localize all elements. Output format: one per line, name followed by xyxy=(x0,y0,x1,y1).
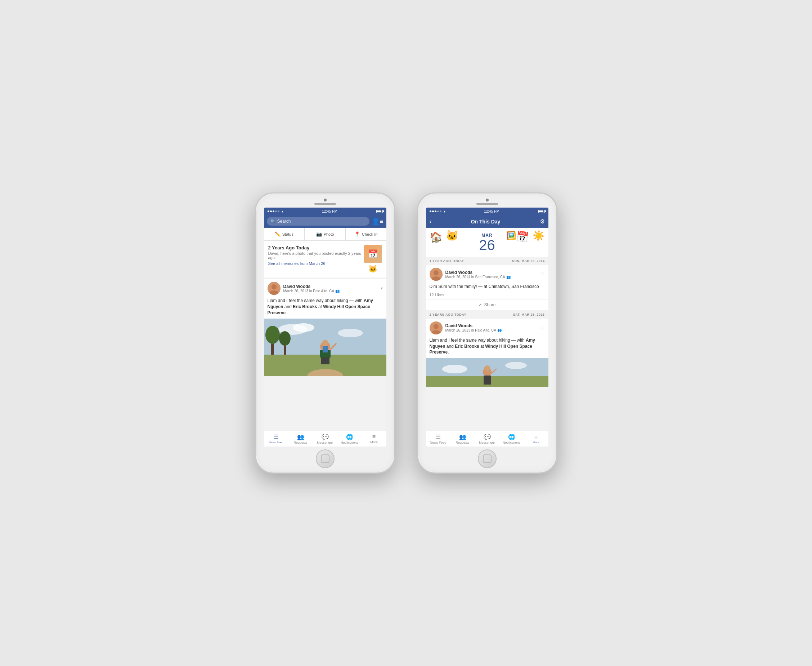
location-icon: 📍 xyxy=(354,231,360,237)
post-header-1: David Woods March 26, 2013 in Palo Alto,… xyxy=(264,279,386,298)
messenger-icon: 💬 xyxy=(322,434,329,440)
svg-point-20 xyxy=(434,270,439,275)
camera-2 xyxy=(486,199,489,201)
home-button-2[interactable] xyxy=(478,449,496,468)
status-bar-2: ▾ 12:45 PM xyxy=(426,208,548,215)
section-header-2: 2 YEARS AGO TODAY Sat, Mar 26, 2013 xyxy=(426,311,548,318)
memory-title: 2 Years Ago Today xyxy=(268,245,364,251)
photo-btn[interactable]: 📷 Photo xyxy=(305,228,346,241)
dot4 xyxy=(275,211,277,212)
search-bar[interactable]: 🔍 xyxy=(267,217,370,226)
sticker-calendar: 📅 xyxy=(515,230,529,244)
svg-point-27 xyxy=(442,365,467,373)
svg-point-6 xyxy=(338,329,363,337)
nav-notifications-2[interactable]: 🌐 Notifications xyxy=(500,431,524,447)
speaker-2 xyxy=(477,203,498,205)
notifications-icon-2: 🌐 xyxy=(508,434,515,440)
nav-news-feed-2[interactable]: ☰ News Feed xyxy=(426,431,450,447)
battery-icon-2 xyxy=(538,210,545,213)
messenger-icon-2: 💬 xyxy=(483,434,491,440)
nav-requests-2[interactable]: 👥 Requests xyxy=(450,431,475,447)
post-card-1: David Woods March 26, 2013 in Palo Alto,… xyxy=(264,279,386,376)
avatar-1 xyxy=(268,282,281,295)
sticker-calendar2: 🖼️ xyxy=(506,231,516,241)
news-feed-icon-2: ☰ xyxy=(436,434,441,440)
avatar-3 xyxy=(430,321,442,335)
camera xyxy=(324,199,327,201)
audience-icon-3: 👥 xyxy=(497,328,501,332)
nav-news-feed-label-2: News Feed xyxy=(430,441,447,444)
wifi-icon-2: ▾ xyxy=(444,209,445,213)
nav-messenger-label-2: Messenger xyxy=(479,441,495,444)
svg-point-23 xyxy=(434,324,439,329)
nav-more-label: More xyxy=(370,440,378,444)
post-body-1: Liam and I feel the same way about hikin… xyxy=(264,298,386,318)
post-date-3: March 26, 2013 in Palo Alto, CA 👥 xyxy=(445,328,537,332)
fb-navbar-1: 🔍 👤≡ xyxy=(264,215,386,228)
audience-icon-2: 👥 xyxy=(506,275,511,279)
status-time-2: 12:45 PM xyxy=(484,209,500,213)
heart-icon-2: ♡ xyxy=(540,325,545,331)
nav-requests[interactable]: 👥 Requests xyxy=(288,431,313,447)
otd-day: 26 xyxy=(479,238,495,252)
section-left-2: 2 YEARS AGO TODAY xyxy=(430,313,467,317)
search-input[interactable] xyxy=(277,219,366,224)
phone-2: ▾ 12:45 PM ‹ On This Day ⚙ 🏠 🐱 📅 ☀️ 🖼️ xyxy=(417,193,557,473)
nav-notifications-label: Notifications xyxy=(341,441,358,444)
nav-messenger-label: Messenger xyxy=(317,441,333,444)
nav-more-2[interactable]: ≡ More xyxy=(524,431,548,447)
dot5-2 xyxy=(440,211,442,212)
nav-requests-label-2: Requests xyxy=(455,441,469,444)
svg-rect-17 xyxy=(323,346,328,353)
share-icon: ↗ xyxy=(478,302,482,307)
share-row-1[interactable]: ↗ Share xyxy=(426,299,548,310)
status-bar-1: ▾ 12:45 PM xyxy=(264,208,386,215)
memory-desc: David, here's a photo that you posted ex… xyxy=(268,251,364,260)
screen-2: ▾ 12:45 PM ‹ On This Day ⚙ 🏠 🐱 📅 ☀️ 🖼️ xyxy=(426,208,548,447)
nav-requests-label: Requests xyxy=(293,441,307,444)
requests-icon: 👥 xyxy=(297,434,304,440)
dot2-2 xyxy=(432,211,434,212)
post-date-2: March 26, 2014 in San Francisco, CA 👥 xyxy=(445,275,537,279)
bottom-nav-1: ☰ News Feed 👥 Requests 💬 Messenger 🌐 Not… xyxy=(264,431,386,447)
nav-notifications[interactable]: 🌐 Notifications xyxy=(337,431,362,447)
post-name-2: David Woods xyxy=(445,270,537,275)
dot1 xyxy=(268,211,270,212)
post-image-1 xyxy=(264,318,386,376)
section-header-1: 1 YEAR AGO TODAY Sun, Mar 26, 2014 xyxy=(426,257,548,265)
nav-messenger-2[interactable]: 💬 Messenger xyxy=(475,431,500,447)
nav-notifications-label-2: Notifications xyxy=(503,441,520,444)
status-btn[interactable]: ✏️ Status xyxy=(264,228,305,241)
profile-nav-icon[interactable]: 👤≡ xyxy=(371,217,383,225)
settings-icon[interactable]: ⚙ xyxy=(540,218,545,225)
otd-post-header-1: David Woods March 26, 2014 in San Franci… xyxy=(426,265,548,284)
otd-header: 🏠 🐱 📅 ☀️ 🖼️ MAR 26 xyxy=(426,228,548,257)
status-label: Status xyxy=(282,232,293,236)
nav-messenger[interactable]: 💬 Messenger xyxy=(313,431,337,447)
share-label-1: Share xyxy=(484,302,495,307)
svg-point-10 xyxy=(265,326,280,344)
avatar-2 xyxy=(430,268,442,281)
back-button[interactable]: ‹ xyxy=(430,218,432,225)
memory-link[interactable]: See all memories from March 26 xyxy=(268,261,364,265)
memory-card: 2 Years Ago Today David, here's a photo … xyxy=(264,241,386,277)
section-left-1: 1 YEAR AGO TODAY xyxy=(430,259,464,263)
nav-news-feed[interactable]: ☰ News Feed xyxy=(264,431,288,447)
signal-dots: ▾ xyxy=(268,209,283,213)
memory-sticker: 📅 xyxy=(364,245,382,263)
action-bar-1: ✏️ Status 📷 Photo 📍 Check In xyxy=(264,228,386,241)
nav-more[interactable]: ≡ More xyxy=(362,431,386,447)
otd-post-body-1: Dim Sum with the family! — at Chinatown,… xyxy=(426,284,548,293)
svg-point-31 xyxy=(484,366,490,371)
checkin-btn[interactable]: 📍 Check In xyxy=(346,228,386,241)
checkin-label: Check In xyxy=(362,232,377,236)
nav-news-feed-label: News Feed xyxy=(269,441,283,444)
otd-post-header-2: David Woods March 26, 2013 in Palo Alto,… xyxy=(426,318,548,337)
home-button-1[interactable] xyxy=(316,449,335,468)
camera-icon: 📷 xyxy=(316,231,322,237)
pencil-icon: ✏️ xyxy=(275,231,281,237)
section-right-1: Sun, Mar 26, 2014 xyxy=(512,259,545,263)
section-right-2: Sat, Mar 26, 2013 xyxy=(513,313,545,317)
screen-1: ▾ 12:45 PM 🔍 👤≡ ✏️ Status 📷 xyxy=(264,208,386,447)
dot3 xyxy=(273,211,275,212)
